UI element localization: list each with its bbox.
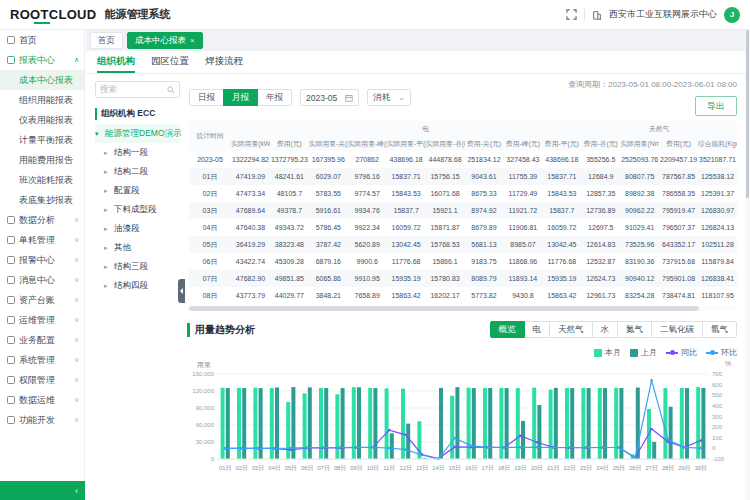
sidebar-item-数据分析[interactable]: 数据分析∨ — [0, 210, 84, 230]
sidebar-item-首页[interactable]: 首页 — [0, 30, 84, 50]
sidebar-subitem-表底集抄报表[interactable]: 表底集抄报表 — [0, 190, 84, 210]
cell: 49343.72 — [270, 219, 309, 236]
col-header: 费用-谷(元) — [581, 136, 620, 151]
period-button-日报[interactable]: 日报 — [189, 89, 224, 106]
chevron-down-icon: ∨ — [74, 416, 79, 424]
tab-组织机构[interactable]: 组织机构 — [97, 51, 135, 73]
sidebar-item-系统管理[interactable]: 系统管理∨ — [0, 350, 84, 370]
metric-select[interactable]: 消耗 ⌄ — [367, 89, 411, 106]
x-tick: 09日 — [350, 465, 362, 472]
bar — [614, 388, 618, 459]
sidebar-item-数据运维[interactable]: 数据运维∨ — [0, 390, 84, 410]
fullscreen-icon[interactable] — [566, 9, 577, 20]
sidebar-item-label: 功能开发 — [19, 414, 72, 427]
tree-node-结构一段[interactable]: ▸结构一段 — [95, 143, 180, 162]
tree-node-root[interactable]: ▾能源管理DEMO演示 — [95, 124, 180, 143]
sidebar-subitem-用能费用报告[interactable]: 用能费用报告 — [0, 150, 84, 170]
legend-item-本月[interactable]: 本月 — [594, 347, 621, 358]
breadcrumb-active-tab[interactable]: 成本中心报表 × — [127, 32, 203, 49]
export-button[interactable]: 导出 — [695, 96, 737, 116]
tab-园区位置[interactable]: 园区位置 — [151, 51, 189, 73]
breadcrumb-home-tab[interactable]: 首页 — [90, 32, 123, 49]
business-config-icon — [7, 336, 15, 344]
tree-collapse-handle[interactable] — [178, 279, 185, 303]
x-tick: 29日 — [678, 465, 690, 472]
bar — [357, 387, 361, 459]
date-picker[interactable]: 2023-05 — [300, 89, 359, 106]
bar — [499, 388, 503, 459]
close-tab-icon[interactable]: × — [190, 36, 195, 45]
legend-item-上月[interactable]: 上月 — [630, 347, 657, 358]
legend-item-同比[interactable]: 同比 — [666, 347, 697, 358]
sidebar-subitem-计量平衡报表[interactable]: 计量平衡报表 — [0, 130, 84, 150]
sidebar-subitem-组织用能报表[interactable]: 组织用能报表 — [0, 90, 84, 110]
tree-node-配置段[interactable]: ▸配置段 — [95, 181, 180, 200]
tab-焊接流程[interactable]: 焊接流程 — [205, 51, 243, 73]
sidebar-subitem-仪表用能报表[interactable]: 仪表用能报表 — [0, 110, 84, 130]
cell: 5786.45 — [309, 219, 348, 236]
tree-node-其他[interactable]: ▸其他 — [95, 238, 180, 257]
cell: 15837.71 — [542, 168, 581, 185]
sidebar-subitem-班次能耗报表[interactable]: 班次能耗报表 — [0, 170, 84, 190]
tree-node-下料成型段[interactable]: ▸下料成型段 — [95, 200, 180, 219]
sidebar-item-资产台账[interactable]: 资产台账∨ — [0, 290, 84, 310]
sidebar-item-报表中心[interactable]: 报表中心∧ — [0, 50, 84, 70]
query-period-label: 查询周期： — [568, 80, 608, 89]
cell: 126838.41 — [698, 270, 737, 287]
tree-node-油漆段[interactable]: ▸油漆段 — [95, 219, 180, 238]
cell: 13042.45 — [542, 236, 581, 253]
tree-node-结构三段[interactable]: ▸结构三段 — [95, 257, 180, 276]
line-marker — [355, 446, 358, 449]
x-tick: 12日 — [399, 465, 411, 472]
tree-node-结构四段[interactable]: ▸结构四段 — [95, 276, 180, 295]
cell: 47640.38 — [231, 219, 270, 236]
trend-tab-氮气[interactable]: 氮气 — [617, 321, 652, 338]
bar — [565, 388, 569, 459]
bar — [505, 388, 509, 459]
unit-consumption-icon — [7, 236, 15, 244]
trend-tab-天然气[interactable]: 天然气 — [549, 321, 593, 338]
building-icon — [592, 10, 602, 20]
table-hscroll-thumb[interactable] — [189, 306, 699, 311]
period-button-年报[interactable]: 年报 — [257, 89, 292, 106]
sidebar-item-单耗管理[interactable]: 单耗管理∨ — [0, 230, 84, 250]
sidebar-subitem-成本中心报表[interactable]: 成本中心报表 — [0, 70, 84, 90]
sidebar-item-报警中心[interactable]: 报警中心∨ — [0, 250, 84, 270]
sidebar-item-权限管理[interactable]: 权限管理∨ — [0, 370, 84, 390]
bar — [368, 388, 372, 459]
bar — [537, 405, 541, 459]
cell: 15935.19 — [387, 270, 426, 287]
tree-nodes: ▾能源管理DEMO演示▸结构一段▸结构二段▸配置段▸下料成型段▸油漆段▸其他▸结… — [95, 124, 180, 295]
y-right-tick: 400 — [712, 403, 723, 409]
x-tick: 13日 — [416, 465, 428, 472]
tree-node-结构二段[interactable]: ▸结构二段 — [95, 162, 180, 181]
col-header: 实际用量(Nm³) — [620, 136, 659, 151]
org-switcher[interactable]: 西安市工业互联网展示中心 — [609, 8, 717, 21]
trend-tab-水[interactable]: 水 — [592, 321, 619, 338]
sidebar-item-消息中心[interactable]: 消息中心∨ — [0, 270, 84, 290]
filter-right: 查询周期：2023-05-01 08:00-2023-06-01 08:00 导… — [568, 79, 737, 116]
caret-collapsed-icon: ▸ — [104, 168, 111, 176]
cell: 13042.45 — [387, 236, 426, 253]
col-header-time: 统计时间 — [189, 121, 231, 151]
x-tick: 16日 — [465, 465, 477, 472]
trend-tab-二氧化碳[interactable]: 二氧化碳 — [651, 321, 703, 338]
cell: 9796.16 — [348, 168, 387, 185]
chevron-down-icon: ∨ — [74, 396, 79, 404]
period-button-月报[interactable]: 月报 — [223, 89, 258, 106]
trend-tab-概览[interactable]: 概览 — [490, 321, 525, 338]
sidebar-collapse-button[interactable]: ‹ — [0, 481, 85, 500]
legend-item-环比[interactable]: 环比 — [706, 347, 737, 358]
sidebar-item-功能开发[interactable]: 功能开发∨ — [0, 410, 84, 430]
tree-search-input[interactable]: 搜索 — [95, 81, 180, 98]
sidebar-item-运维管理[interactable]: 运维管理∨ — [0, 310, 84, 330]
page-vscroll-thumb[interactable] — [746, 30, 749, 198]
trend-tab-电[interactable]: 电 — [524, 321, 551, 338]
cell: 80807.75 — [620, 168, 659, 185]
trend-tab-氩气[interactable]: 氩气 — [702, 321, 737, 338]
user-avatar[interactable]: J — [724, 7, 740, 23]
bar — [488, 388, 492, 459]
sidebar-item-业务配置[interactable]: 业务配置∨ — [0, 330, 84, 350]
cell: 43773.79 — [231, 287, 270, 304]
line-marker — [322, 446, 325, 449]
